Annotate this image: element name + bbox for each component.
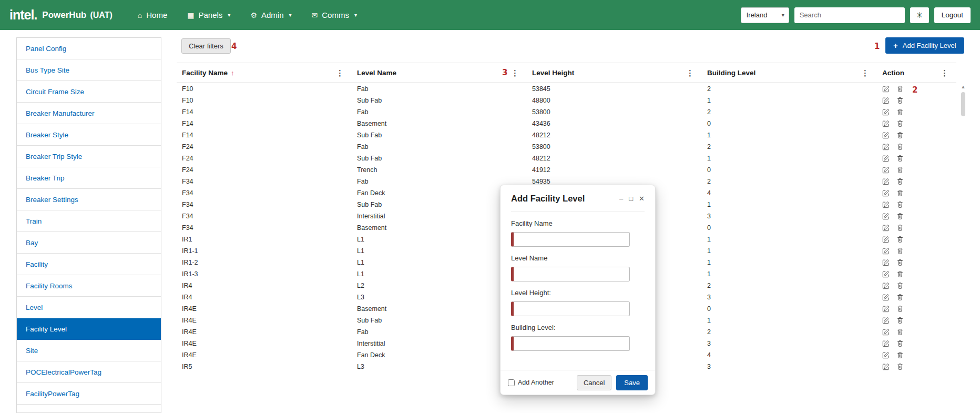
close-icon[interactable]: ✕ — [639, 195, 645, 202]
delete-row-button[interactable] — [896, 178, 904, 186]
edit-row-button[interactable] — [882, 85, 890, 93]
add-another-option[interactable]: Add Another — [508, 379, 554, 386]
delete-row-button[interactable] — [896, 294, 904, 301]
sidebar-item-bus-type-site[interactable]: Bus Type Site — [17, 59, 161, 81]
sidebar-item-breaker-style[interactable]: Breaker Style — [17, 124, 161, 146]
logout-button[interactable]: Logout — [934, 7, 971, 23]
sidebar-item-breaker-trip-style[interactable]: Breaker Trip Style — [17, 146, 161, 167]
sidebar-item-cable-default-prefix[interactable]: Cable Default Prefix — [17, 405, 161, 413]
delete-row-button[interactable] — [896, 328, 904, 336]
sidebar-item-circuit-frame-size[interactable]: Circuit Frame Size — [17, 81, 161, 103]
column-menu-icon[interactable]: ⋮ — [509, 68, 520, 78]
nav-item-admin[interactable]: ⚙Admin▾ — [250, 11, 291, 19]
sidebar-item-facility-level[interactable]: Facility Level — [17, 318, 161, 340]
nav-item-home[interactable]: ⌂Home — [138, 11, 167, 19]
edit-row-button[interactable] — [882, 108, 890, 116]
column-menu-icon[interactable]: ⋮ — [685, 68, 696, 78]
edit-row-button[interactable] — [882, 294, 890, 301]
edit-row-button[interactable] — [882, 236, 890, 244]
delete-row-button[interactable] — [896, 363, 904, 371]
edit-row-button[interactable] — [882, 143, 890, 151]
sidebar-item-site[interactable]: Site — [17, 340, 161, 361]
delete-row-button[interactable] — [896, 201, 904, 209]
edit-row-button[interactable] — [882, 224, 890, 232]
edit-row-button[interactable] — [882, 317, 890, 325]
sidebar-item-panel-config[interactable]: Panel Config — [17, 38, 161, 59]
edit-row-button[interactable] — [882, 340, 890, 348]
sidebar-item-breaker-settings[interactable]: Breaker Settings — [17, 189, 161, 210]
delete-row-button[interactable] — [896, 108, 904, 116]
cancel-button[interactable]: Cancel — [577, 375, 611, 390]
edit-row-button[interactable] — [882, 270, 890, 278]
edit-row-button[interactable] — [882, 155, 890, 163]
save-button[interactable]: Save — [616, 375, 648, 390]
sidebar-item-train[interactable]: Train — [17, 210, 161, 232]
quick-action-button[interactable]: ✳ — [910, 7, 929, 23]
sort-ascending-icon[interactable]: ↑ — [231, 69, 234, 77]
level-height-input[interactable] — [511, 301, 630, 316]
sidebar-item-breaker-manufacturer[interactable]: Breaker Manufacturer — [17, 103, 161, 124]
delete-row-button[interactable] — [896, 189, 904, 197]
delete-row-button[interactable] — [896, 247, 904, 255]
nav-item-panels[interactable]: ▦Panels▾ — [187, 11, 230, 19]
edit-row-button[interactable] — [882, 328, 890, 336]
sidebar-item-facility-rooms[interactable]: Facility Rooms — [17, 275, 161, 297]
edit-row-button[interactable] — [882, 247, 890, 255]
edit-row-button[interactable] — [882, 259, 890, 267]
column-menu-icon[interactable]: ⋮ — [860, 68, 871, 78]
add-another-checkbox[interactable] — [508, 379, 515, 386]
cell-actions — [877, 247, 956, 255]
sidebar-item-bay[interactable]: Bay — [17, 232, 161, 254]
delete-row-button[interactable] — [896, 236, 904, 244]
minimize-icon[interactable]: – — [619, 195, 623, 202]
edit-row-button[interactable] — [882, 97, 890, 105]
nav-item-comms[interactable]: ✉Comms▾ — [312, 11, 357, 19]
delete-icon — [896, 363, 904, 370]
delete-row-button[interactable] — [896, 305, 904, 313]
vertical-scrollbar[interactable]: ▲ — [960, 83, 966, 387]
edit-row-button[interactable] — [882, 282, 890, 290]
delete-row-button[interactable] — [896, 97, 904, 105]
edit-row-button[interactable] — [882, 363, 890, 371]
edit-row-button[interactable] — [882, 166, 890, 174]
sidebar-item-facility[interactable]: Facility — [17, 254, 161, 275]
scrollbar-thumb[interactable] — [961, 92, 965, 116]
delete-row-button[interactable] — [896, 166, 904, 174]
delete-row-button[interactable] — [896, 340, 904, 348]
delete-row-button[interactable] — [896, 143, 904, 151]
sidebar-item-pocelectricalpowertag[interactable]: POCElectricalPowerTag — [17, 361, 161, 383]
edit-row-button[interactable] — [882, 189, 890, 197]
edit-row-button[interactable] — [882, 178, 890, 186]
delete-row-button[interactable] — [896, 259, 904, 267]
add-facility-level-button[interactable]: + Add Facility Level — [885, 37, 964, 54]
sidebar-item-level[interactable]: Level — [17, 297, 161, 318]
edit-row-button[interactable] — [882, 213, 890, 220]
facility-name-input[interactable] — [511, 232, 630, 247]
scroll-up-arrow-icon[interactable]: ▲ — [960, 83, 966, 90]
maximize-icon[interactable]: □ — [629, 195, 633, 202]
search-input[interactable] — [794, 7, 905, 23]
delete-row-button[interactable] — [896, 213, 904, 220]
delete-row-button[interactable] — [896, 317, 904, 325]
delete-row-button[interactable] — [896, 282, 904, 290]
column-menu-icon[interactable]: ⋮ — [334, 68, 345, 78]
edit-row-button[interactable] — [882, 305, 890, 313]
delete-row-button[interactable] — [896, 224, 904, 232]
edit-row-button[interactable] — [882, 132, 890, 139]
sidebar-item-facilitypowertag[interactable]: FacilityPowerTag — [17, 383, 161, 405]
delete-row-button[interactable] — [896, 155, 904, 163]
building-level-input[interactable] — [511, 336, 630, 351]
column-menu-icon[interactable]: ⋮ — [939, 68, 950, 78]
delete-row-button[interactable] — [896, 270, 904, 278]
edit-row-button[interactable] — [882, 351, 890, 359]
clear-filters-button[interactable]: Clear filters — [181, 38, 231, 54]
delete-row-button[interactable] — [896, 351, 904, 359]
delete-row-button[interactable] — [896, 132, 904, 139]
delete-row-button[interactable] — [896, 120, 904, 128]
edit-row-button[interactable] — [882, 201, 890, 209]
sidebar-item-breaker-trip[interactable]: Breaker Trip — [17, 167, 161, 189]
edit-row-button[interactable] — [882, 120, 890, 128]
region-select[interactable]: Ireland ▾ — [741, 7, 789, 23]
delete-row-button[interactable] — [896, 85, 904, 93]
level-name-input[interactable] — [511, 267, 630, 281]
